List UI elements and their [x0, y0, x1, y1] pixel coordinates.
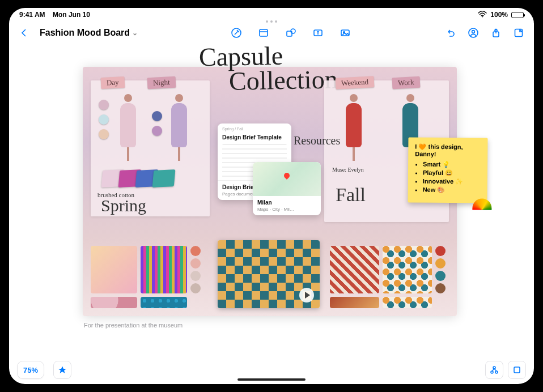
palette-dots — [435, 246, 449, 293]
fashion-figure — [341, 94, 366, 162]
palette-image — [330, 246, 379, 293]
sticky-headline: I 🧡 this design, Danny! — [415, 143, 481, 157]
map-pin-icon — [283, 172, 291, 180]
status-bar: 9:41 AM Mon Jun 10 100% — [9, 8, 534, 22]
board-title: Fashion Mood Board — [40, 28, 130, 38]
mood-board[interactable]: Capsule Collection Day Night — [83, 67, 457, 316]
battery-icon — [511, 12, 524, 18]
palette-image — [91, 246, 137, 293]
back-button[interactable] — [15, 24, 34, 42]
new-board-button[interactable] — [509, 24, 528, 42]
spring-panel[interactable]: Day Night brushed cotton Spring — [91, 80, 210, 216]
card-overline: Spring / Fall — [218, 123, 291, 131]
map-title: Milan — [253, 196, 321, 207]
night-tag: Night — [147, 76, 176, 90]
shapes-button[interactable] — [281, 24, 300, 42]
palette-image — [141, 297, 187, 308]
status-time: 9:41 AM — [19, 11, 45, 19]
multitask-indicator[interactable] — [266, 20, 277, 23]
board-heading-2: Collection — [229, 68, 338, 92]
share-button[interactable] — [486, 24, 506, 42]
fashion-figure — [167, 94, 192, 162]
pen-tool-button[interactable] — [227, 24, 246, 42]
palette-image — [383, 297, 432, 308]
swatch-dot — [99, 114, 109, 125]
muse-label: Muse: Evelyn — [332, 167, 364, 173]
fall-label: Fall — [336, 187, 366, 203]
palette-dots — [190, 246, 204, 293]
sticky-note[interactable]: I 🧡 this design, Danny! Smart 💡 Playful … — [408, 137, 488, 203]
svg-rect-16 — [514, 367, 520, 373]
day-tag: Day — [101, 76, 125, 89]
board-title-menu[interactable]: Fashion Mood Board ⌄ — [37, 28, 140, 38]
fabric-swatch — [152, 169, 176, 188]
spring-label: Spring — [101, 198, 146, 213]
swatch-dot — [152, 111, 162, 121]
fashion-figure — [116, 94, 141, 162]
resources-label: Resources — [294, 136, 340, 146]
rainbow-sticker — [472, 198, 491, 210]
swatch-dot — [99, 129, 109, 139]
graph-view-button[interactable] — [485, 361, 503, 379]
collaborate-button[interactable] — [464, 24, 483, 42]
fall-palette[interactable] — [330, 246, 449, 308]
freeform-canvas[interactable]: Capsule Collection Day Night — [9, 44, 534, 356]
palette-image — [91, 297, 137, 308]
palette-image — [141, 246, 187, 293]
text-box-button[interactable] — [308, 24, 328, 42]
sticky-item: Playful 😀 — [423, 169, 481, 177]
undo-button[interactable] — [441, 24, 460, 42]
canvas-view-button[interactable] — [508, 361, 526, 379]
board-caption: For the presentation at the museum — [84, 322, 183, 329]
work-tag: Work — [392, 76, 421, 90]
card-title: Design Brief Template — [218, 131, 291, 142]
play-icon[interactable] — [299, 288, 314, 302]
svg-point-13 — [491, 371, 493, 373]
sticky-item: Smart 💡 — [423, 161, 481, 169]
sticky-list: Smart 💡 Playful 😀 Innovative ✨ New 🎨 — [415, 160, 481, 194]
svg-point-10 — [472, 31, 475, 33]
milan-map-card[interactable]: Milan Maps · City · Mil… — [253, 162, 321, 215]
sticky-item: New 🎨 — [423, 186, 481, 194]
svg-point-0 — [482, 16, 483, 17]
spring-palette[interactable] — [91, 246, 204, 308]
wifi-icon — [478, 11, 487, 19]
palette-image — [383, 246, 432, 293]
map-preview — [253, 162, 321, 196]
svg-point-15 — [493, 367, 495, 369]
favorite-button[interactable] — [53, 361, 71, 379]
swatch-dot — [99, 100, 109, 110]
palette-image — [330, 297, 379, 308]
map-sub: Maps · City · Mil… — [253, 207, 321, 215]
center-tools — [227, 24, 355, 42]
weekend-tag: Weekend — [336, 76, 375, 90]
app-toolbar: Fashion Mood Board ⌄ — [9, 22, 534, 44]
board-heading-1: Capsule — [199, 45, 283, 69]
sticky-note-button[interactable] — [254, 24, 273, 42]
zoom-control[interactable]: 75% — [17, 361, 44, 379]
sticky-item: Innovative ✨ — [423, 178, 481, 186]
svg-point-14 — [495, 371, 498, 373]
svg-rect-2 — [260, 29, 268, 36]
status-date: Mon Jun 10 — [53, 11, 90, 19]
chevron-down-icon: ⌄ — [132, 29, 138, 37]
home-indicator[interactable] — [237, 378, 306, 381]
tile-video[interactable] — [218, 240, 320, 308]
media-button[interactable] — [336, 24, 355, 42]
swatch-dot — [152, 126, 162, 136]
zoom-value: 75% — [23, 366, 38, 374]
battery-percent: 100% — [490, 11, 508, 19]
